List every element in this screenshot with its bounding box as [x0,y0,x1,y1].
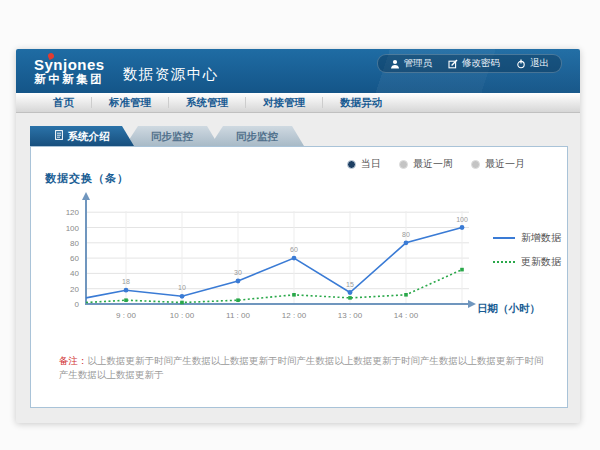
tab-bar: 系统介绍 同步监控 同步监控 [30,126,304,146]
solid-line-swatch-icon [493,237,515,239]
chart-x-axis-title: 日期（小时） [477,302,540,316]
svg-text:10: 10 [178,284,186,291]
logout-label: 退出 [530,57,549,70]
svg-text:100: 100 [456,216,468,223]
dotted-line-swatch-icon [493,261,515,263]
svg-text:18: 18 [122,278,130,285]
footnote-text: 以上数据更新于时间产生数据以上数据更新于时间产生数据以上数据更新于时间产生数据以… [59,355,544,380]
company-logo: Synjones 新中新集团 [34,56,105,86]
svg-text:80: 80 [402,231,410,238]
document-icon [55,126,63,146]
svg-text:10 : 00: 10 : 00 [170,311,195,320]
user-menu: 管理员 修改密码 退出 [377,54,563,73]
radio-today-label: 当日 [361,157,381,171]
power-icon [516,59,526,69]
chart-y-axis-title: 数据交换（条） [45,171,129,186]
logout-button[interactable]: 退出 [516,57,549,70]
user-icon [390,59,400,69]
radio-last-month[interactable]: 最近一月 [471,157,525,171]
radio-last-month-label: 最近一月 [485,157,525,171]
time-range-filters: 当日 最近一周 最近一月 [347,157,525,171]
change-password-button[interactable]: 修改密码 [448,57,500,70]
legend-label-new-data: 新增数据 [521,231,561,245]
radio-last-week[interactable]: 最近一周 [399,157,453,171]
nav-item-data-change[interactable]: 数据异动 [323,97,399,108]
nav-item-home[interactable]: 首页 [36,97,92,108]
radio-selected-icon [347,160,356,169]
svg-text:11 : 00: 11 : 00 [226,311,250,320]
radio-today[interactable]: 当日 [347,157,381,171]
nav-item-standard-management[interactable]: 标准管理 [92,97,169,108]
content-area: 系统介绍 同步监控 同步监控 当日 最近一周 [16,113,580,423]
radio-last-week-label: 最近一周 [413,157,453,171]
admin-user-button[interactable]: 管理员 [390,57,433,70]
app-window: Synjones 新中新集团 数据资源中心 管理员 修改密码 [16,49,580,423]
line-chart: 0204060801001209 : 0010 : 0011 : 0012 : … [39,187,481,327]
svg-text:20: 20 [70,285,79,294]
tab-system-introduction[interactable]: 系统介绍 [30,126,134,146]
edit-pencil-icon [448,59,458,69]
app-header: Synjones 新中新集团 数据资源中心 管理员 修改密码 [16,49,580,93]
tab-label: 系统介绍 [68,126,110,146]
chart-panel: 当日 最近一周 最近一月 数据交换（条） 0204060801001209 : … [30,146,568,408]
screenshot-stage: Synjones 新中新集团 数据资源中心 管理员 修改密码 [0,0,600,450]
svg-text:100: 100 [66,224,80,233]
tab-sync-monitor-2[interactable]: 同步监控 [210,126,304,146]
svg-text:13 : 00: 13 : 00 [338,311,363,320]
main-nav: 首页 标准管理 系统管理 对接管理 数据异动 [16,93,580,113]
svg-text:80: 80 [70,239,79,248]
admin-user-label: 管理员 [404,57,433,70]
svg-text:40: 40 [70,269,79,278]
logo-brand-text: Synjones [34,56,105,73]
svg-text:120: 120 [66,208,80,217]
radio-unselected-icon [399,160,408,169]
logo-company-name: 新中新集团 [34,73,105,86]
svg-text:9 : 00: 9 : 00 [116,311,137,320]
tab-sync-monitor-1[interactable]: 同步监控 [125,126,219,146]
svg-text:60: 60 [70,254,79,263]
radio-unselected-icon [471,160,480,169]
svg-text:15: 15 [346,281,354,288]
svg-text:0: 0 [75,300,80,309]
nav-item-interface-management[interactable]: 对接管理 [246,97,323,108]
legend-item-update-data: 更新数据 [493,255,561,269]
page-title: 数据资源中心 [123,65,219,84]
nav-item-system-management[interactable]: 系统管理 [169,97,246,108]
chart-region: 0204060801001209 : 0010 : 0011 : 0012 : … [39,187,563,349]
footnote-label: 备注： [59,355,88,366]
legend-label-update-data: 更新数据 [521,255,561,269]
svg-text:30: 30 [234,269,242,276]
legend-item-new-data: 新增数据 [493,231,561,245]
svg-text:14 : 00: 14 : 00 [394,311,419,320]
svg-text:60: 60 [290,246,298,253]
chart-legend: 新增数据 更新数据 [493,231,561,279]
footnote: 备注：以上数据更新于时间产生数据以上数据更新于时间产生数据以上数据更新于时间产生… [59,354,551,382]
svg-text:12 : 00: 12 : 00 [282,311,307,320]
change-password-label: 修改密码 [462,57,500,70]
